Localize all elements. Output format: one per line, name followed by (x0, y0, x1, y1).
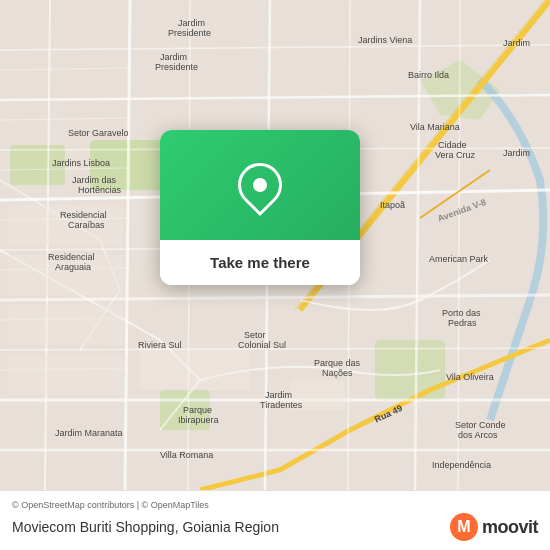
svg-rect-1 (90, 140, 170, 190)
label-porto-pedras: Porto das (442, 308, 481, 318)
label-cidade-vera-cruz: Cidade (438, 140, 467, 150)
moovit-logo: M moovit (450, 513, 538, 541)
svg-rect-10 (140, 350, 250, 390)
label-villa-romana: Villa Romana (160, 450, 213, 460)
label-cidade-vera-cruz2: Vera Cruz (435, 150, 475, 160)
label-rua49: Rua 49 (373, 403, 404, 425)
label-parque-ibirapuera: Parque (183, 405, 212, 415)
label-res-caraibas: Residencial (60, 210, 107, 220)
label-res-caraibas2: Caraíbas (68, 220, 105, 230)
svg-rect-7 (8, 255, 123, 295)
label-res-araguaia2: Araguaia (55, 262, 91, 272)
label-vila-oliveira: Vila Oliveira (446, 372, 494, 382)
label-jardins-lisboa: Jardins Lisboa (52, 158, 110, 168)
location-name: Moviecom Buriti Shopping, Goiania Region (12, 519, 279, 535)
svg-marker-5 (420, 60, 500, 120)
label-jardim-tiradentes2: Tiradentes (260, 400, 302, 410)
label-bairro-ilda: Bairro Ilda (408, 70, 449, 80)
label-jardim-presidente-3: Jardim (160, 52, 187, 62)
svg-rect-11 (290, 380, 345, 410)
svg-rect-9 (8, 355, 123, 395)
label-american-park: American Park (429, 254, 488, 264)
label-setor-garavelo: Setor Garavelo (68, 128, 129, 138)
popup-top (160, 130, 360, 240)
popup-card: Take me there (160, 130, 360, 285)
label-jardim-moraco: Jardim (503, 148, 530, 158)
svg-rect-2 (10, 145, 65, 185)
label-independencia: Independência (432, 460, 491, 470)
label-res-araguaia: Residencial (48, 252, 95, 262)
label-jardim-maranata: Jardim Maranata (55, 428, 123, 438)
label-jardim-tiradentes: Jardim (265, 390, 292, 400)
take-me-there-button[interactable]: Take me there (160, 240, 360, 285)
moovit-brand-text: moovit (482, 517, 538, 538)
label-avenida-v8: Avenida V-8 (436, 197, 487, 224)
label-jardim-presidente-4: Presidente (155, 62, 198, 72)
label-porto-pedras2: Pedras (448, 318, 477, 328)
location-pin-icon (229, 154, 291, 216)
label-jardins-viena: Jardins Viena (358, 35, 412, 45)
label-jardim-presidente-1: Jardim (178, 18, 205, 28)
label-parque-nacoes2: Nações (322, 368, 353, 378)
label-parque-ibirapuera2: Ibirapuera (178, 415, 219, 425)
label-jardim-d: Jardim (503, 38, 530, 48)
svg-rect-6 (8, 205, 123, 245)
map-container: Take me there Jardim Presidente Jardim P… (0, 0, 550, 490)
moovit-icon: M (450, 513, 478, 541)
attribution-text: © OpenStreetMap contributors | © OpenMap… (12, 500, 538, 510)
label-riviera-sul: Riviera Sul (138, 340, 182, 350)
bottom-bar: © OpenStreetMap contributors | © OpenMap… (0, 490, 550, 550)
location-row: Moviecom Buriti Shopping, Goiania Region… (12, 513, 538, 541)
label-vila-mariana: Vila Mariana (410, 122, 460, 132)
label-jardim-hortencias2: Hortências (78, 185, 121, 195)
svg-rect-4 (160, 390, 210, 430)
svg-rect-8 (8, 305, 123, 345)
label-setor-conde: Setor Conde (455, 420, 506, 430)
label-itapoa: Itapoã (380, 200, 405, 210)
label-setor-colonial2: Colonial Sul (238, 340, 286, 350)
label-setor-conde2: dos Arcos (458, 430, 498, 440)
label-parque-nacoes: Parque das (314, 358, 360, 368)
label-jardim-hortencias: Jardim das (72, 175, 116, 185)
label-setor-colonial: Setor (244, 330, 266, 340)
svg-rect-3 (375, 340, 445, 400)
label-jardim-presidente-2: Presidente (168, 28, 211, 38)
